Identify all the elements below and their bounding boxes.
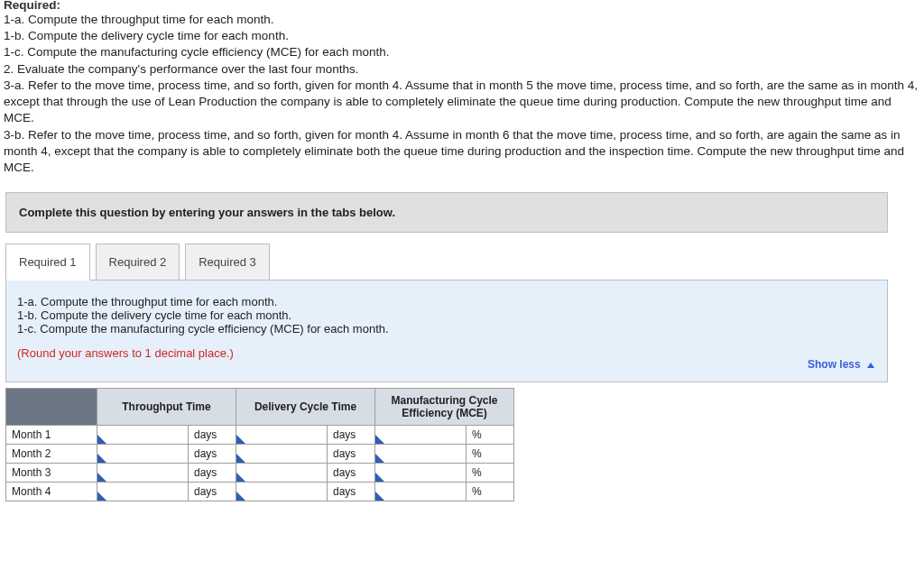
tabs-row: Required 1 Required 2 Required 3 [5,244,924,280]
unit-days: days [328,464,375,483]
req-line: 1-a. Compute the throughput time for eac… [4,12,920,28]
throughput-input[interactable] [97,483,189,501]
required-list: 1-a. Compute the throughput time for eac… [4,12,920,176]
chevron-up-icon [867,363,874,368]
row-label: Month 1 [6,426,97,445]
input-handle-icon [236,435,245,444]
show-less-label: Show less [808,358,861,371]
delivery-input[interactable] [236,426,328,445]
unit-percent: % [467,483,514,501]
req-line: 3-a. Refer to the move time, process tim… [4,78,920,127]
throughput-input[interactable] [97,445,189,464]
input-handle-icon [97,435,106,444]
req-line: 1-c. Compute the manufacturing cycle eff… [4,44,920,60]
unit-percent: % [467,426,514,445]
tab-panel: 1-a. Compute the throughput time for eac… [5,280,888,382]
input-handle-icon [375,492,384,501]
unit-days: days [328,483,375,501]
input-handle-icon [375,435,384,444]
col-delivery: Delivery Cycle Time [236,389,375,426]
unit-days: days [189,483,236,501]
delivery-input[interactable] [236,464,328,483]
input-handle-icon [375,473,384,482]
req-line: 3-b. Refer to the move time, process tim… [4,127,920,177]
col-mce: Manufacturing Cycle Efficiency (MCE) [375,389,514,426]
input-handle-icon [236,492,245,501]
req-line: 2. Evaluate the company's performance ov… [4,61,920,78]
input-handle-icon [375,454,384,463]
table-row: Month 3daysdays% [6,464,514,483]
panel-line: 1-b. Compute the delivery cycle time for… [17,308,876,322]
show-less-toggle[interactable]: Show less [808,358,874,371]
mce-input[interactable] [375,464,467,483]
row-label: Month 4 [6,483,97,501]
instruction-bar: Complete this question by entering your … [5,192,888,233]
input-handle-icon [236,454,245,463]
unit-percent: % [467,445,514,464]
unit-days: days [189,426,236,445]
table-corner [6,389,97,426]
throughput-input[interactable] [97,464,189,483]
required-title: Required: [4,0,920,12]
tab-required-3[interactable]: Required 3 [185,244,270,280]
unit-days: days [189,445,236,464]
table-row: Month 4daysdays% [6,483,514,501]
row-label: Month 2 [6,445,97,464]
mce-input[interactable] [375,445,467,464]
unit-days: days [328,426,375,445]
input-handle-icon [97,492,106,501]
mce-input[interactable] [375,483,467,501]
tab-required-1[interactable]: Required 1 [5,244,90,280]
delivery-input[interactable] [236,445,328,464]
instruction-text: Complete this question by entering your … [19,206,395,219]
throughput-input[interactable] [97,426,189,445]
delivery-input[interactable] [236,483,328,501]
table-row: Month 2daysdays% [6,445,514,464]
unit-days: days [189,464,236,483]
mce-input[interactable] [375,426,467,445]
input-handle-icon [97,454,106,463]
panel-line: 1-a. Compute the throughput time for eac… [17,295,876,308]
input-handle-icon [236,473,245,482]
col-throughput: Throughput Time [97,389,236,426]
rounding-note: (Round your answers to 1 decimal place.) [17,346,876,360]
tab-required-2[interactable]: Required 2 [96,244,180,280]
input-handle-icon [97,473,106,482]
answer-table: Throughput Time Delivery Cycle Time Manu… [5,388,514,501]
unit-percent: % [467,464,514,483]
table-row: Month 1daysdays% [6,426,514,445]
panel-line: 1-c. Compute the manufacturing cycle eff… [17,322,876,336]
row-label: Month 3 [6,464,97,483]
req-line: 1-b. Compute the delivery cycle time for… [4,28,920,44]
unit-days: days [328,445,375,464]
